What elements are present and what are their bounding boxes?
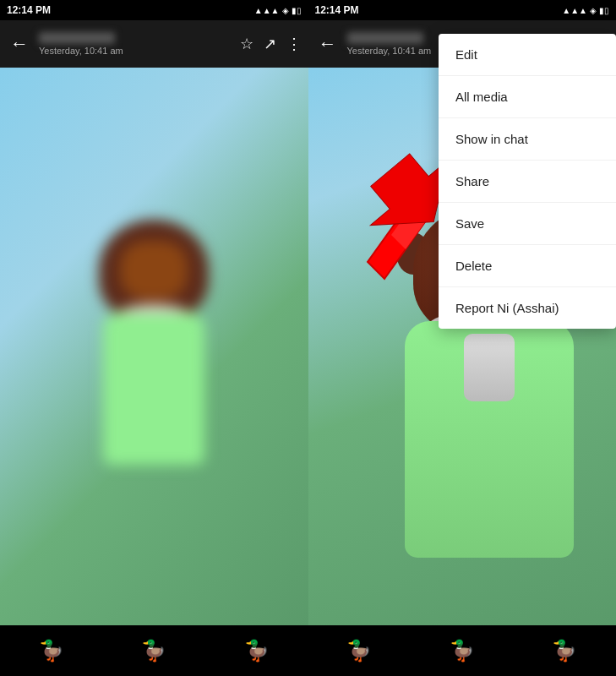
bottom-icon-1-left[interactable]: 🦆	[39, 639, 64, 662]
top-bar-left: ← Yesterday, 10:41 am ☆ ↗ ⋮	[0, 20, 308, 68]
status-time-right: 12:14 PM	[315, 4, 359, 16]
bottom-icon-3-right[interactable]: 🦆	[552, 639, 577, 662]
left-panel: 12:14 PM ▲▲▲ ◈ ▮▯ ← Yesterday, 10:41 am …	[0, 0, 308, 676]
wifi-icon-right: ◈	[590, 6, 597, 15]
status-time-left: 12:14 PM	[7, 4, 51, 16]
timestamp-left: Yesterday, 10:41 am	[39, 46, 233, 56]
more-icon-left[interactable]: ⋮	[286, 35, 302, 53]
contact-name-right	[347, 32, 423, 44]
image-area-left	[0, 68, 308, 625]
status-icons-right: ▲▲▲ ◈ ▮▯	[562, 6, 609, 15]
status-bar-right: 12:14 PM ▲▲▲ ◈ ▮▯	[308, 0, 617, 20]
top-bar-actions-left: ☆ ↗ ⋮	[240, 35, 302, 53]
menu-item-show-in-chat[interactable]: Show in chat	[439, 118, 616, 161]
monkey-body-left	[103, 313, 204, 465]
share-icon-left[interactable]: ↗	[264, 35, 276, 53]
bottom-bar-right: 🦆 🦆 🦆	[308, 625, 617, 676]
monkey-face-left	[120, 241, 188, 300]
menu-item-save[interactable]: Save	[439, 203, 616, 245]
bottom-icon-2-left[interactable]: 🦆	[141, 639, 166, 662]
star-icon-left[interactable]: ☆	[240, 35, 253, 53]
battery-icon-right: ▮▯	[599, 6, 609, 15]
bottom-icon-3-left[interactable]: 🦆	[244, 639, 270, 662]
contact-name-left	[39, 32, 115, 44]
back-button-right[interactable]: ←	[315, 30, 341, 58]
top-bar-right: ← Yesterday, 10:41 am ⋮ Edit All media S…	[308, 20, 617, 68]
monkey-image-left	[0, 68, 308, 625]
battery-icon-left: ▮▯	[292, 6, 302, 15]
monkey-figure-left	[69, 211, 238, 482]
bottom-icon-2-right[interactable]: 🦆	[450, 639, 475, 662]
menu-item-delete[interactable]: Delete	[439, 245, 616, 287]
back-button-left[interactable]: ←	[7, 30, 32, 58]
menu-item-report[interactable]: Report Ni (Asshai)	[439, 287, 616, 329]
bottom-icon-1-right[interactable]: 🦆	[346, 639, 372, 662]
wifi-icon-left: ◈	[282, 6, 289, 15]
menu-item-all-media[interactable]: All media	[439, 76, 616, 118]
signal-icon-right: ▲▲▲	[562, 6, 587, 15]
right-panel: 12:14 PM ▲▲▲ ◈ ▮▯ ← Yesterday, 10:41 am …	[308, 0, 617, 676]
status-icons-left: ▲▲▲ ◈ ▮▯	[254, 6, 302, 15]
context-menu: Edit All media Show in chat Share Save D…	[439, 34, 616, 329]
bottom-bar-left: 🦆 🦆 🦆	[0, 625, 308, 676]
mc-tie	[464, 334, 515, 401]
contact-info-left: Yesterday, 10:41 am	[39, 32, 233, 56]
menu-item-share[interactable]: Share	[439, 161, 616, 203]
status-bar-left: 12:14 PM ▲▲▲ ◈ ▮▯	[0, 0, 308, 20]
signal-icon-left: ▲▲▲	[254, 6, 280, 15]
menu-item-edit[interactable]: Edit	[439, 34, 616, 76]
